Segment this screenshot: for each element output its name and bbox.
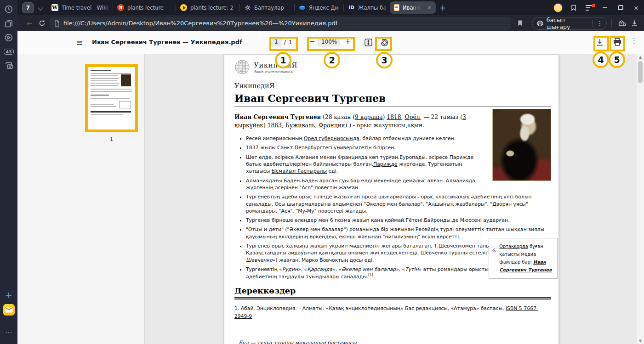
tab-label: Time travel - Wikip: [62, 5, 108, 11]
thumb-deco: [91, 114, 123, 115]
annotation-number-3: 3: [376, 52, 393, 68]
pdf-content-area[interactable]: WИωق УикипедиЯ Ашық энциклопедиясы Уикип…: [145, 54, 637, 344]
pdf-viewer-body: 1 WИωق УикипедиЯ Ашық энциклопедиясы: [17, 54, 644, 344]
minimize-button[interactable]: [597, 1, 613, 15]
print-button-label: басып шығару: [547, 17, 588, 30]
downloads-icon[interactable]: [628, 17, 641, 30]
pdf-document-title: Иван Сергеевич Тургенев — Уикипедия.pdf: [92, 39, 242, 45]
tabs-panel-icon[interactable]: [0, 18, 17, 29]
fit-to-page-icon[interactable]: [364, 38, 373, 47]
thumb-deco: [91, 106, 116, 107]
scroll-down-arrow-icon[interactable]: ▼: [637, 339, 644, 343]
yandex-mail-icon[interactable]: [0, 304, 17, 315]
annotation-box-4-download: [593, 36, 609, 51]
tab-counter-button[interactable]: 7: [22, 2, 34, 13]
browser-menu-button[interactable]: [581, 1, 597, 15]
thumbnails-panel: 1: [17, 54, 145, 344]
bookmark-flag-icon[interactable]: [515, 17, 525, 30]
pdf-page: WИωق УикипедиЯ Ашық энциклопедиясы Уикип…: [224, 54, 559, 344]
tab-yandex-disk[interactable]: Яндекс Диск: [295, 0, 343, 15]
video-play-favicon: [180, 4, 187, 11]
tab-video[interactable]: plants lecture: 2 ть: [176, 0, 239, 15]
tab-wikipedia[interactable]: W Time travel - Wikip: [47, 0, 113, 15]
plus-glyph: +: [5, 290, 12, 300]
thumb-deco: [91, 89, 132, 90]
tab-yandex-search[interactable]: Я plants lecture — Я: [113, 0, 176, 15]
tab-close-icon[interactable]: ×: [427, 5, 432, 11]
restore-icon: [618, 5, 623, 10]
video-play-icon[interactable]: [0, 32, 17, 43]
tab-label: Иван Сергееви: [403, 5, 423, 11]
screenshot-icon[interactable]: [0, 60, 17, 71]
site-label: УикипедиЯ: [234, 82, 551, 90]
wikipedia-favicon: W: [51, 4, 58, 11]
thumb-deco: [91, 70, 111, 71]
thumb-deco: [91, 91, 132, 92]
annotation-box-1-page-counter: [269, 37, 298, 51]
sidebar-divider: [5, 323, 12, 323]
turgenev-portrait-image: [492, 109, 551, 181]
mail-envelope: [3, 304, 15, 316]
close-window-button[interactable]: ×: [628, 1, 644, 15]
counter-43-label: 43: [4, 49, 13, 55]
notification-dot: [592, 4, 595, 7]
profile-avatar[interactable]: [550, 1, 566, 15]
tab-list-chevron-down-icon[interactable]: [36, 4, 45, 12]
counter-43-badge[interactable]: 43: [0, 46, 17, 57]
vertical-scrollbar[interactable]: ▲ ▼: [637, 54, 644, 344]
sidebar-add-icon[interactable]: +: [0, 289, 17, 300]
sidebar-more-icon[interactable]: ⋯: [0, 327, 17, 338]
printer-icon: [537, 20, 543, 27]
pdf-more-options-icon[interactable]: ⋮: [631, 37, 638, 45]
yandex-disk-favicon: [299, 4, 306, 11]
tab-label: plants lecture: 2 ть: [190, 5, 235, 11]
thumb-deco: [91, 98, 130, 99]
sources-heading: Дереккөздер: [234, 286, 551, 298]
restore-button[interactable]: [613, 1, 628, 15]
collections-tag-icon[interactable]: [616, 17, 628, 30]
ellipsis-glyph: ⋯: [5, 328, 12, 337]
print-page-button[interactable]: басып шығару ⋮: [532, 17, 607, 30]
reference-entry: 1. Абай. Энциклопедия. – Алматы: «Қазақ …: [234, 305, 551, 320]
annotation-box-2-zoom-controls: [307, 37, 355, 51]
annotation-number-1: 1: [275, 52, 291, 68]
pill-divider: [592, 20, 593, 27]
history-clock-icon[interactable]: [0, 4, 17, 15]
stub-line-1: Бұл — тұлға туралы мақаланың бастамасы.: [239, 339, 637, 344]
tab-pdf-active[interactable]: Иван Сергееви ×: [390, 1, 436, 14]
svg-text:ق: ق: [244, 62, 245, 64]
annotation-number-4: 4: [593, 51, 609, 68]
url-text: file:///C:/Users/Admin/Desktop/Иван%20Се…: [63, 20, 338, 27]
back-arrow-icon[interactable]: ←: [23, 17, 36, 30]
stub-notice: Бұл — тұлға туралы мақаланың бастамасы. …: [234, 339, 492, 344]
document-icon: [54, 20, 60, 27]
id-favicon: ID: [348, 4, 355, 11]
svg-text:И: И: [243, 66, 245, 68]
svg-text:W: W: [239, 62, 242, 65]
scrollbar-thumb[interactable]: [638, 61, 643, 83]
stub-text-block: Бұл — тұлға туралы мақаланың бастамасы. …: [239, 339, 637, 344]
scroll-up-arrow-icon[interactable]: ▲: [637, 55, 644, 59]
menu-lines-icon: [586, 5, 593, 11]
pdf-sidebar-toggle-icon[interactable]: ≡: [76, 37, 83, 47]
tab-settings[interactable]: Баптаулар: [240, 0, 294, 15]
fact-item: Тургенев бірнеше өлеңдер мен 6 поэма жаз…: [246, 217, 551, 224]
print-options-kebab-icon[interactable]: ⋮: [597, 20, 603, 27]
thumb-deco: [91, 95, 109, 96]
new-tab-button[interactable]: +: [439, 3, 446, 12]
thumb-deco: [91, 78, 119, 79]
tab-yandex-id[interactable]: ID Жалпы баптаулар: [344, 0, 390, 15]
browser-side-panel: 43 + ⋯: [0, 0, 17, 344]
wikimedia-commons-icon: [492, 242, 496, 258]
thumbnail-page-number: 1: [85, 136, 138, 142]
thumb-commons-box: [119, 101, 131, 108]
address-bar: ← file:///C:/Users/Admin/Desktop/Иван%20…: [17, 15, 644, 31]
gear-icon: [244, 4, 251, 11]
reload-icon[interactable]: [36, 17, 48, 30]
window-controls: ×: [550, 1, 644, 15]
annotation-box-3-rotate: [375, 37, 392, 51]
page-thumbnail[interactable]: [85, 64, 138, 132]
url-field[interactable]: file:///C:/Users/Admin/Desktop/Иван%20Се…: [50, 17, 511, 30]
thumb-deco: [91, 75, 118, 76]
bookmarks-ribbon-icon[interactable]: [566, 1, 581, 15]
